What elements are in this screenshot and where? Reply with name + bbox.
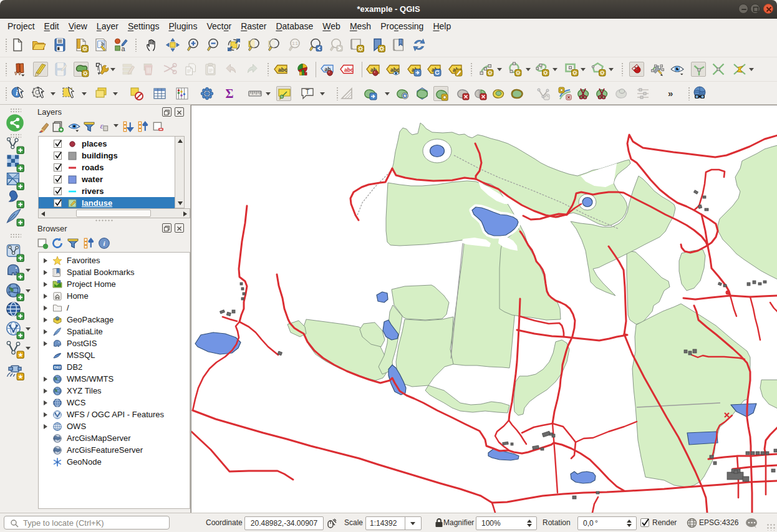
svg-text:a: a (122, 45, 126, 52)
svg-text:T: T (306, 89, 309, 95)
svg-text:»: » (668, 88, 673, 99)
svg-text:DB2: DB2 (54, 365, 61, 369)
svg-text:abc: abc (344, 67, 354, 73)
svg-text:1:1: 1:1 (292, 41, 298, 46)
svg-text:Σ: Σ (225, 87, 233, 100)
svg-text:abc: abc (278, 67, 287, 73)
